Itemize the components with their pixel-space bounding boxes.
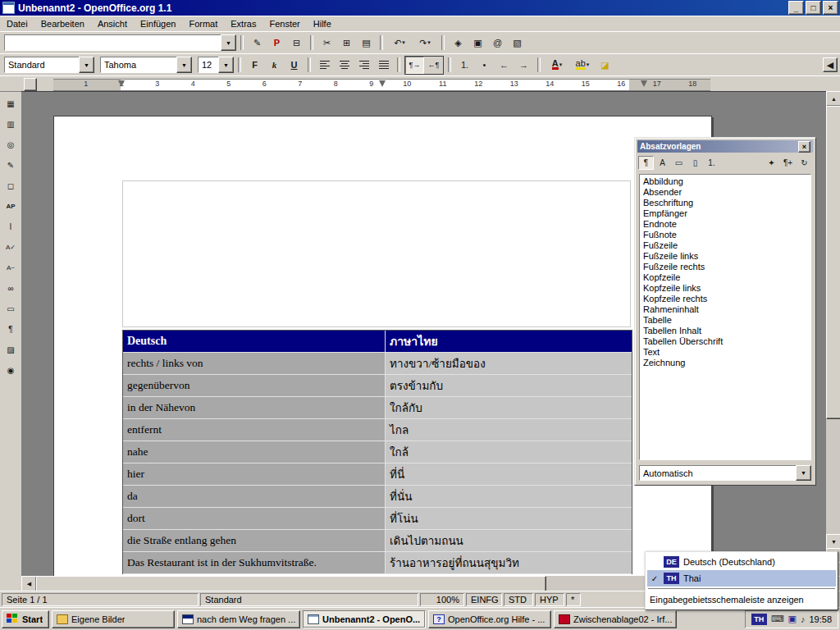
style-list-item[interactable]: Absender xyxy=(641,187,810,198)
style-list-item[interactable]: Fußnote xyxy=(641,230,810,240)
export-pdf-icon[interactable]: P xyxy=(267,34,286,52)
table-column-marker[interactable] xyxy=(379,80,386,87)
background-color-icon[interactable]: ◪ xyxy=(596,57,614,74)
vertical-scrollbar-thumb[interactable] xyxy=(826,106,840,419)
bold-icon[interactable]: F xyxy=(245,57,264,74)
taskbar-button-eigene-bilder[interactable]: Eigene Bilder xyxy=(52,610,175,628)
start-button[interactable]: Start xyxy=(2,610,49,628)
close-icon[interactable]: × xyxy=(798,141,810,153)
style-list-item[interactable]: Text xyxy=(641,347,810,358)
menu-item[interactable]: Extras xyxy=(224,17,262,30)
cell-thai[interactable]: เดินไปตามถนน xyxy=(386,530,632,552)
cell-thai[interactable]: ที่นี่ xyxy=(386,463,632,486)
increase-indent-icon[interactable]: → xyxy=(514,57,533,74)
cell-german[interactable]: Das Restaurant ist in der Sukhumvitstraß… xyxy=(123,552,386,574)
cell-thai[interactable]: ที่โน่น xyxy=(386,508,632,530)
title-bar[interactable]: Unbenannt2 - OpenOffice.org 1.1 _ □ × xyxy=(0,0,840,16)
style-list-item[interactable]: Endnote xyxy=(641,219,810,230)
form-functions-icon[interactable]: ◻ xyxy=(2,176,20,194)
cell-german[interactable]: in der Nähevon xyxy=(123,397,386,419)
document-page[interactable]: Deutsch ภาษาไทย rechts / links von ทางขว… xyxy=(53,116,712,576)
menu-item[interactable]: Bearbeiten xyxy=(34,17,91,30)
autospellcheck-icon[interactable]: A~ xyxy=(2,258,20,276)
print-icon[interactable]: ⊟ xyxy=(287,34,306,52)
navigator-icon[interactable]: ◈ xyxy=(449,34,468,52)
font-name-value[interactable]: Tahoma xyxy=(100,57,177,73)
cell-thai[interactable]: ทางขวา/ซ้ายมือของ xyxy=(386,353,632,375)
taskbar-button-irfanview[interactable]: Zwischenablage02 - Irf... xyxy=(554,610,677,628)
style-list-item[interactable]: Tabelle xyxy=(641,315,810,326)
menu-item[interactable]: Ansicht xyxy=(91,17,134,30)
style-list-item[interactable]: Empfänger xyxy=(641,208,810,219)
align-right-icon[interactable] xyxy=(354,57,373,74)
page-indicator[interactable]: Seite 1 / 1 xyxy=(2,593,199,606)
scroll-up-icon[interactable]: ▲ xyxy=(826,91,840,107)
cell-german[interactable]: nahe xyxy=(123,441,386,463)
cell-german[interactable]: dort xyxy=(123,508,386,530)
paragraph-style-value[interactable]: Standard xyxy=(4,57,80,73)
direct-cursor-icon[interactable]: I xyxy=(2,217,20,235)
graphics-onoff-icon[interactable]: ▨ xyxy=(2,340,20,358)
decrease-indent-icon[interactable]: ← xyxy=(495,57,514,74)
page-style-indicator[interactable]: Standard xyxy=(200,593,418,606)
style-list-item[interactable]: Tabellen Inhalt xyxy=(641,326,810,336)
cell-german[interactable]: hier xyxy=(123,463,386,486)
tab-type-selector[interactable] xyxy=(24,78,37,91)
new-style-icon[interactable]: ¶+ xyxy=(780,156,796,170)
dropdown-arrow-icon[interactable]: ▼ xyxy=(221,34,236,51)
style-list-item[interactable]: Beschriftung xyxy=(641,198,810,208)
find-replace-icon[interactable]: ∞ xyxy=(2,279,20,297)
font-size-value[interactable]: 12 xyxy=(198,57,219,73)
menu-item-input-locale-toolbar[interactable]: Eingabegebietsschemaleiste anzeigen xyxy=(647,591,836,608)
numbering-icon[interactable]: 1. xyxy=(455,57,474,74)
toolbar-more-icon[interactable]: ◀ xyxy=(823,57,838,72)
cell-thai[interactable]: ใกล้กับ xyxy=(386,397,632,419)
style-list-item[interactable]: Kopfzeile xyxy=(641,272,810,283)
keyboard-icon[interactable]: ⌨ xyxy=(771,614,784,624)
style-list-item[interactable]: Kopfzeile links xyxy=(641,283,810,294)
insert-fields-icon[interactable]: ▥ xyxy=(2,115,20,133)
underline-icon[interactable]: U xyxy=(285,57,304,74)
cell-thai[interactable]: ไกล xyxy=(386,419,632,441)
cell-thai[interactable]: ที่นั่น xyxy=(386,486,632,508)
display-icon[interactable]: ▣ xyxy=(788,614,797,624)
edit-file-icon[interactable]: ✎ xyxy=(248,34,267,52)
nonprinting-chars-icon[interactable]: ¶ xyxy=(2,320,20,338)
cell-german[interactable]: die Straße entlang gehen xyxy=(123,530,386,552)
url-input[interactable] xyxy=(4,34,221,51)
style-filter-combobox[interactable]: Automatisch ▼ xyxy=(639,465,811,481)
spellcheck-icon[interactable]: A✓ xyxy=(2,238,20,256)
insert-icon[interactable]: ▦ xyxy=(2,94,20,112)
style-list-item[interactable]: Tabellen Überschrift xyxy=(641,336,810,347)
style-list-item[interactable]: Kopfzeile rechts xyxy=(641,294,810,304)
draw-functions-icon[interactable]: ✎ xyxy=(2,156,20,174)
style-list-item[interactable]: Fußzeile links xyxy=(641,251,810,262)
menu-item-german[interactable]: DE Deutsch (Deutschland) xyxy=(647,554,836,570)
insert-object-icon[interactable]: ◎ xyxy=(2,135,20,153)
table-header-german[interactable]: Deutsch xyxy=(123,331,386,353)
style-list-item[interactable]: Fußzeile rechts xyxy=(641,262,810,272)
cell-thai[interactable]: ตรงข้ามกับ xyxy=(386,375,632,397)
paste-icon[interactable]: ▤ xyxy=(357,34,376,52)
font-name-combobox[interactable]: Tahoma ▼ xyxy=(100,57,192,73)
selection-mode-indicator[interactable]: STD xyxy=(504,593,533,606)
indent-marker-left[interactable] xyxy=(118,80,125,87)
stylist-title-bar[interactable]: Absatzvorlagen × xyxy=(637,140,813,153)
zoom-indicator[interactable]: 100% xyxy=(420,593,464,606)
paragraph-style-combobox[interactable]: Standard ▼ xyxy=(4,57,94,73)
menu-item-thai[interactable]: ✓ TH Thai xyxy=(647,570,836,587)
vertical-scrollbar[interactable]: ▲ ▼ ⇈ ● ⇊ xyxy=(826,91,840,591)
cell-german[interactable]: entfernt xyxy=(123,419,386,441)
left-to-right-icon[interactable]: ¶→ xyxy=(405,57,424,74)
maximize-icon[interactable]: □ xyxy=(806,1,821,15)
close-icon[interactable]: × xyxy=(823,1,838,15)
right-to-left-icon[interactable]: ←¶ xyxy=(424,57,443,74)
italic-icon[interactable]: k xyxy=(265,57,284,74)
fill-format-icon[interactable]: ✦ xyxy=(764,156,779,170)
gallery-icon[interactable]: ▧ xyxy=(508,34,527,52)
align-left-icon[interactable] xyxy=(315,57,334,74)
font-color-button[interactable]: A ▾ xyxy=(545,57,569,74)
align-center-icon[interactable] xyxy=(335,57,354,74)
indent-marker-right[interactable] xyxy=(641,80,647,87)
menu-item[interactable]: Einfügen xyxy=(134,17,182,30)
